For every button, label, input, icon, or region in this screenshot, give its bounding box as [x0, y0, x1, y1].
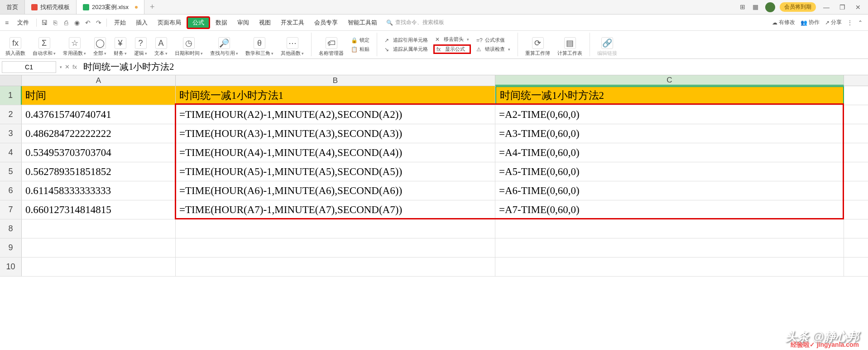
row-header[interactable]: 2: [0, 105, 22, 124]
menu-data[interactable]: 数据: [211, 17, 232, 29]
ribbon-autosum[interactable]: Σ自动求和▾: [31, 33, 58, 57]
menu-tools[interactable]: 智能工具箱: [343, 17, 382, 29]
share-button[interactable]: ↗ 分享: [825, 19, 842, 26]
ribbon-logical[interactable]: ?逻辑▾: [132, 33, 149, 57]
row-header[interactable]: 3: [0, 124, 22, 143]
select-all-corner[interactable]: [0, 75, 22, 86]
cell[interactable]: =TIME(HOUR(A6)-1,MINUTE(A6),SECOND(A6)): [176, 181, 495, 200]
ribbon-error-check[interactable]: ⚠错误检查▾: [475, 45, 512, 53]
col-header-a[interactable]: A: [22, 75, 176, 86]
search-hint[interactable]: 🔍 查找命令、搜索模板: [386, 19, 444, 26]
ribbon-show-formula[interactable]: fx显示公式: [433, 44, 471, 54]
cell[interactable]: [495, 238, 844, 257]
menu-view[interactable]: 视图: [254, 17, 275, 29]
col-header-b[interactable]: B: [176, 75, 495, 86]
cell[interactable]: =A6-TIME(0,60,0): [495, 181, 844, 200]
cell[interactable]: =TIME(HOUR(A3)-1,MINUTE(A3),SECOND(A3)): [176, 124, 495, 143]
cell[interactable]: =TIME(HOUR(A5)-1,MINUTE(A5),SECOND(A5)): [176, 162, 495, 181]
cell[interactable]: [22, 258, 176, 276]
ribbon-trace-dep[interactable]: ↘追踪从属单元格: [383, 45, 430, 53]
close-button[interactable]: ✕: [853, 4, 863, 11]
ribbon-recalc[interactable]: ⟳重算工作簿: [523, 33, 552, 57]
ribbon-lookup[interactable]: 🔎查找与引用▾: [208, 33, 240, 57]
ribbon-paste[interactable]: 📋粘贴: [349, 45, 371, 53]
row-header[interactable]: 10: [0, 258, 22, 276]
ribbon-datetime[interactable]: ◷日期和时间▾: [173, 33, 205, 57]
chevron-down-icon[interactable]: ▾: [60, 65, 62, 69]
grid-icon[interactable]: ▦: [753, 3, 761, 11]
restore-button[interactable]: ❐: [837, 4, 848, 11]
cell[interactable]: =A3-TIME(0,60,0): [495, 124, 844, 143]
vip-badge[interactable]: 会员将到期: [780, 2, 816, 12]
cell[interactable]: 0.437615740740741: [22, 105, 176, 124]
menu-icon[interactable]: ≡: [2, 18, 12, 28]
cell[interactable]: 时间: [22, 86, 176, 105]
cell[interactable]: 0.562789351851852: [22, 162, 176, 181]
tab-document[interactable]: 2023案例.xlsx: [77, 0, 144, 14]
cell[interactable]: =A4-TIME(0,60,0): [495, 143, 844, 162]
cell[interactable]: [495, 258, 844, 276]
menu-file[interactable]: 文件: [13, 17, 34, 29]
preview-icon[interactable]: ◉: [72, 18, 82, 28]
menu-formula[interactable]: 公式: [187, 16, 210, 29]
row-header[interactable]: 8: [0, 219, 22, 238]
tab-add-button[interactable]: +: [144, 2, 160, 12]
cell[interactable]: =A7-TIME(0,60,0): [495, 200, 844, 219]
saveas-icon[interactable]: ⎘: [50, 18, 60, 28]
fx-icon[interactable]: fx: [72, 63, 77, 70]
menu-start[interactable]: 开始: [110, 17, 130, 29]
ribbon-name-mgr[interactable]: 🏷名称管理器: [317, 33, 345, 57]
ribbon-eval[interactable]: =?公式求值: [475, 36, 512, 44]
avatar[interactable]: [765, 2, 775, 12]
modified-indicator[interactable]: ☁ 有修改: [772, 19, 795, 26]
col-header-c[interactable]: C: [495, 75, 844, 86]
ribbon-trace-prec[interactable]: ↗追踪引用单元格: [383, 36, 430, 44]
cell[interactable]: [22, 238, 176, 257]
cell[interactable]: [176, 219, 495, 238]
cell-selected[interactable]: 时间统一减1小时方法2: [495, 86, 844, 105]
ribbon-text[interactable]: A文本▾: [153, 33, 169, 57]
tab-template[interactable]: 找稻壳模板: [25, 0, 77, 14]
redo-icon[interactable]: ↷: [94, 18, 104, 28]
cell[interactable]: =A2-TIME(0,60,0): [495, 105, 844, 124]
formula-input[interactable]: 时间统一减1小时方法2: [80, 60, 866, 74]
ribbon-lock[interactable]: 🔒锁定: [349, 36, 371, 44]
cell[interactable]: =TIME(HOUR(A7)-1,MINUTE(A7),SECOND(A7)): [176, 200, 495, 219]
ribbon-remove-arrows[interactable]: ✕移去箭头▾: [433, 35, 471, 43]
ribbon-all[interactable]: ◯全部▾: [91, 33, 108, 57]
row-header[interactable]: 5: [0, 162, 22, 181]
minimize-button[interactable]: —: [820, 4, 832, 11]
cell[interactable]: [176, 258, 495, 276]
cell[interactable]: =A5-TIME(0,60,0): [495, 162, 844, 181]
cell[interactable]: 0.660127314814815: [22, 200, 176, 219]
row-header[interactable]: 4: [0, 143, 22, 162]
layout-icon[interactable]: ⊞: [740, 3, 748, 11]
row-header[interactable]: 7: [0, 200, 22, 219]
menu-layout[interactable]: 页面布局: [153, 17, 186, 29]
menu-more-icon[interactable]: ⋮: [847, 19, 853, 26]
save-icon[interactable]: 🖫: [39, 18, 49, 28]
menu-insert[interactable]: 插入: [131, 17, 152, 29]
cell[interactable]: =TIME(HOUR(A4)-1,MINUTE(A4),SECOND(A4)): [176, 143, 495, 162]
cell[interactable]: 时间统一减1小时方法1: [176, 86, 495, 105]
ribbon-other[interactable]: ⋯其他函数▾: [279, 33, 306, 57]
row-header[interactable]: 1: [0, 86, 22, 105]
cell[interactable]: 0.534953703703704: [22, 143, 176, 162]
cell[interactable]: [495, 219, 844, 238]
cell[interactable]: 0.486284722222222: [22, 124, 176, 143]
collapse-icon[interactable]: ⌃: [858, 19, 863, 26]
row-header[interactable]: 6: [0, 181, 22, 200]
ribbon-calc-sheet[interactable]: ▤计算工作表: [556, 33, 584, 57]
undo-icon[interactable]: ↶: [83, 18, 93, 28]
ribbon-insert-fn[interactable]: fx插入函数: [4, 33, 27, 57]
ribbon-math[interactable]: θ数学和三角▾: [244, 33, 275, 57]
cancel-icon[interactable]: ✕: [65, 63, 70, 70]
row-header[interactable]: 9: [0, 238, 22, 257]
ribbon-financial[interactable]: ¥财务▾: [112, 33, 129, 57]
ribbon-recent[interactable]: ☆常用函数▾: [61, 33, 88, 57]
cell[interactable]: 0.611458333333333: [22, 181, 176, 200]
menu-vip[interactable]: 会员专享: [310, 17, 342, 29]
cell[interactable]: [176, 238, 495, 257]
tab-home[interactable]: 首页: [0, 0, 25, 14]
print-icon[interactable]: ⎙: [61, 18, 71, 28]
